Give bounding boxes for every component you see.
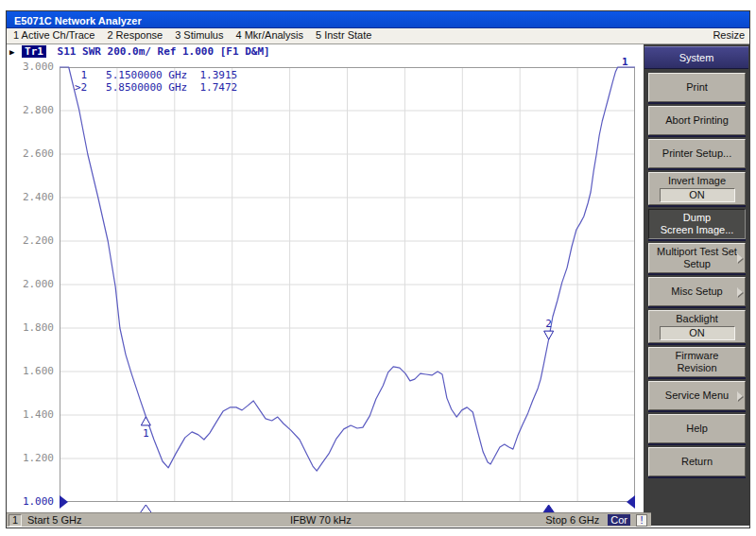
softkey-label-line: Dump — [651, 212, 743, 224]
plot-area: ▶ Tr1 S11 SWR 200.0m/ Ref 1.000 [F1 D&M]… — [7, 44, 644, 525]
softkey-label-line: Help — [651, 423, 743, 435]
menu-item[interactable]: 5 Instr State — [316, 28, 371, 43]
screen: E5071C Network Analyzer 1 Active Ch/Trac… — [0, 0, 756, 536]
menu-item[interactable]: 4 Mkr/Analysis — [235, 28, 303, 43]
softkey-label-line: Multiport Test Set — [651, 246, 743, 258]
submenu-arrow-icon — [737, 253, 743, 263]
softkey-help[interactable]: Help — [648, 414, 746, 443]
marker-1-number: 1 — [143, 427, 149, 440]
softkey-dump-screen-image[interactable]: DumpScreen Image... — [648, 209, 746, 239]
y-axis-tick-label: 3.000 — [9, 61, 54, 74]
y-axis-tick-label: 1.800 — [9, 321, 54, 335]
resize-control[interactable]: Resize — [713, 28, 745, 43]
status-filler — [651, 512, 749, 526]
softkey-label-line: Printer Setup... — [651, 147, 743, 160]
trace-plot-svg: 12 — [60, 67, 635, 519]
graticule: 12 — [60, 67, 635, 519]
softkey-label-line: Revision — [651, 362, 743, 374]
softkey-buttons: PrintAbort PrintingPrinter Setup...Inver… — [644, 73, 749, 476]
menu-item[interactable]: 1 Active Ch/Trace — [13, 28, 94, 43]
softkey-toggle-state: ON — [660, 326, 735, 340]
submenu-arrow-icon — [737, 287, 743, 297]
menu-item[interactable]: 2 Response — [107, 28, 163, 43]
softkey-label-line: Screen Image... — [651, 224, 743, 236]
marker-2-number: 2 — [545, 318, 552, 330]
softkey-label-line: Return — [651, 456, 743, 468]
status-row: 1 Start 5 GHz IFBW 70 kHz Stop 6 GHz Cor… — [7, 512, 749, 526]
softkey-toggle-state: ON — [660, 188, 735, 202]
stop-frequency: Stop 6 GHz — [545, 514, 599, 526]
softkey-service-menu[interactable]: Service Menu — [648, 381, 746, 410]
y-axis-tick-label: 2.600 — [9, 147, 54, 161]
marker-readout-row: 1 5.1500000 GHz 1.3915 — [75, 69, 237, 81]
marker-readout-row: >2 5.8500000 GHz 1.7472 — [75, 81, 237, 94]
correction-badge: Cor — [608, 514, 630, 526]
start-frequency: Start 5 GHz — [27, 514, 81, 527]
title-bar[interactable]: E5071C Network Analyzer — [7, 11, 749, 28]
softkey-menu-title: System — [644, 46, 748, 69]
softkey-backlight[interactable]: BacklightON — [648, 310, 746, 343]
softkey-printer-setup[interactable]: Printer Setup... — [648, 139, 746, 168]
softkey-multiport-test-set-setup[interactable]: Multiport Test SetSetup — [648, 243, 746, 273]
softkey-print[interactable]: Print — [648, 73, 746, 102]
softkey-abort-printing[interactable]: Abort Printing — [648, 106, 746, 135]
menu-items: 1 Active Ch/Trace2 Response3 Stimulus4 M… — [7, 29, 377, 41]
marker-2-symbol-icon[interactable] — [544, 331, 554, 339]
trace-status-line: ▶ Tr1 S11 SWR 200.0m/ Ref 1.000 [F1 D&M] — [9, 45, 270, 60]
softkey-label-line: Backlight — [651, 313, 743, 325]
submenu-arrow-icon — [737, 391, 743, 401]
softkey-label-line: Abort Printing — [651, 114, 743, 127]
status-bar: 1 Start 5 GHz IFBW 70 kHz Stop 6 GHz Cor… — [7, 512, 651, 527]
trace-badge[interactable]: Tr1 — [22, 45, 46, 58]
trace-end-label: 1 — [622, 56, 628, 68]
ifbw-label: IFBW 70 kHz — [290, 514, 352, 527]
menu-item[interactable]: 3 Stimulus — [175, 28, 223, 43]
y-axis-tick-label: 1.000 — [9, 495, 54, 509]
trace-parameters: S11 SWR 200.0m/ Ref 1.000 [F1 D&M] — [58, 45, 270, 58]
marker-readout: 1 5.1500000 GHz 1.3915>2 5.8500000 GHz 1… — [75, 69, 237, 94]
analyzer-window: E5071C Network Analyzer 1 Active Ch/Trac… — [6, 10, 750, 528]
softkey-sidebar: System PrintAbort PrintingPrinter Setup.… — [644, 44, 749, 525]
marker-1-symbol-icon[interactable] — [141, 417, 150, 425]
softkey-label-line: Firmware — [651, 350, 743, 362]
y-axis-tick-label: 1.200 — [9, 452, 54, 465]
y-axis-tick-label: 2.800 — [9, 104, 54, 117]
y-axis-tick-label: 1.600 — [9, 365, 54, 378]
softkey-label-line: Print — [651, 81, 743, 94]
status-right-group: Stop 6 GHz Cor ! — [545, 514, 647, 527]
ref-level-indicator-right-icon — [627, 495, 635, 509]
y-axis-tick-label: 2.400 — [9, 191, 54, 204]
softkey-label-line: Invert Image — [651, 175, 743, 187]
menu-bar: 1 Active Ch/Trace2 Response3 Stimulus4 M… — [7, 28, 749, 44]
softkey-label-line: Misc Setup — [651, 285, 743, 298]
alert-indicator[interactable]: ! — [636, 514, 647, 527]
softkey-label-line: Setup — [651, 258, 743, 270]
active-trace-arrow-icon: ▶ — [9, 47, 14, 57]
channel-indicator: 1 — [9, 514, 22, 527]
ref-level-indicator-left-icon — [60, 495, 68, 509]
softkey-misc-setup[interactable]: Misc Setup — [648, 277, 746, 306]
y-axis-tick-label: 2.000 — [9, 278, 54, 291]
y-axis-tick-label: 2.200 — [9, 234, 54, 248]
window-title: E5071C Network Analyzer — [7, 15, 142, 26]
softkey-firmware-revision[interactable]: FirmwareRevision — [648, 347, 746, 377]
y-axis-tick-label: 1.400 — [9, 408, 54, 422]
main-body: ▶ Tr1 S11 SWR 200.0m/ Ref 1.000 [F1 D&M]… — [7, 44, 749, 525]
softkey-return[interactable]: Return — [648, 447, 746, 476]
softkey-invert-image[interactable]: Invert ImageON — [648, 172, 746, 205]
softkey-label-line: Service Menu — [651, 389, 743, 402]
